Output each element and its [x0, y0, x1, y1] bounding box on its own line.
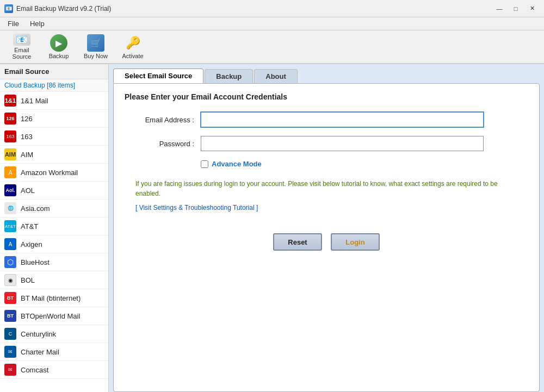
buy-now-icon: 🛒 — [87, 34, 104, 52]
app-icon: 📧 — [4, 4, 13, 13]
backup-icon: ▶ — [50, 34, 67, 52]
aol-icon: Aol. — [4, 184, 16, 196]
toolbar: 📧 Email Source ▶ Backup 🛒 Buy Now 🔑 Acti… — [0, 30, 544, 64]
sidebar-list: 1&1 1&1 Mail 126 126 163 163 AIM AIM A A… — [0, 92, 108, 392]
login-button[interactable]: Login — [331, 233, 380, 251]
1and1-icon: 1&1 — [4, 95, 16, 107]
toolbar-buy-now[interactable]: 🛒 Buy Now — [78, 32, 113, 61]
sidebar-item-label: 1&1 Mail — [21, 97, 48, 105]
sidebar-item-163[interactable]: 163 163 — [0, 128, 108, 146]
sidebar-item-att[interactable]: AT&T AT&T — [0, 217, 108, 235]
title-bar-controls: — □ ✕ — [492, 3, 540, 15]
tabs: Select Email Source Backup About — [109, 64, 544, 83]
sidebar-item-amazon[interactable]: A Amazon Workmail — [0, 164, 108, 182]
button-row: Reset Login — [125, 233, 528, 251]
title-bar-left: 📧 Email Backup Wizard v9.2 (Trial) — [4, 4, 111, 13]
amazon-icon: A — [4, 166, 16, 178]
sidebar-item-label: AOL — [21, 186, 35, 195]
window-title: Email Backup Wizard v9.2 (Trial) — [16, 5, 111, 13]
sidebar-item-label: 163 — [21, 133, 33, 141]
email-label: Email Address : — [125, 116, 201, 124]
asia-icon: 🌐 — [4, 202, 16, 214]
sidebar-item-btmail[interactable]: BT BT Mail (btinternet) — [0, 289, 108, 307]
password-input[interactable] — [201, 136, 484, 151]
sidebar-item-label: Axigen — [21, 240, 42, 248]
close-button[interactable]: ✕ — [524, 3, 540, 15]
sidebar-item-label: Centurylink — [21, 330, 56, 338]
sidebar-item-1and1[interactable]: 1&1 1&1 Mail — [0, 92, 108, 110]
password-label: Password : — [125, 140, 201, 148]
sidebar-item-label: Comcast — [21, 366, 48, 374]
advance-mode-row: Advance Mode — [201, 160, 528, 168]
sidebar-item-label: BT Mail (btinternet) — [21, 294, 81, 302]
sidebar-item-label: BOL — [21, 276, 35, 284]
activate-icon: 🔑 — [124, 34, 141, 52]
email-input[interactable] — [201, 112, 484, 127]
centurylink-icon: C — [4, 328, 16, 340]
menu-help[interactable]: Help — [24, 18, 50, 29]
sidebar-item-label: BlueHost — [21, 258, 50, 266]
sidebar-item-label: BTOpenWorld Mail — [21, 312, 80, 320]
sidebar-subheader: Cloud Backup [86 items] — [0, 79, 108, 92]
163-icon: 163 — [4, 130, 16, 142]
comcast-icon: ✉ — [4, 364, 16, 376]
sidebar-item-aim[interactable]: AIM AIM — [0, 146, 108, 164]
sidebar-item-charter[interactable]: ✉ Charter Mail — [0, 343, 108, 361]
main-layout: Email Source Cloud Backup [86 items] 1&1… — [0, 64, 544, 392]
sidebar-item-label: AT&T — [21, 222, 38, 231]
title-bar: 📧 Email Backup Wizard v9.2 (Trial) — □ ✕ — [0, 0, 544, 17]
minimize-button[interactable]: — — [492, 3, 507, 15]
reset-button[interactable]: Reset — [273, 233, 322, 251]
bol-icon: ◉ — [4, 274, 16, 286]
sidebar-item-bluehost[interactable]: ⬡ BlueHost — [0, 253, 108, 271]
axigen-icon: A — [4, 238, 16, 250]
sidebar-item-label: Amazon Workmail — [21, 169, 78, 177]
toolbar-email-source-label: Email Source — [6, 47, 38, 60]
advance-mode-label[interactable]: Advance Mode — [212, 160, 262, 168]
sidebar-header: Email Source — [0, 64, 108, 79]
bluehost-icon: ⬡ — [4, 256, 16, 268]
tutorial-link[interactable]: [ Visit Settings & Troubleshooting Tutor… — [135, 204, 528, 211]
att-icon: AT&T — [4, 220, 16, 232]
btopenworld-icon: BT — [4, 310, 16, 322]
menu-file[interactable]: File — [2, 18, 24, 29]
toolbar-backup[interactable]: ▶ Backup — [41, 32, 76, 61]
email-row: Email Address : — [125, 112, 528, 127]
sidebar-item-label: AIM — [21, 151, 33, 159]
info-message: If you are facing issues during login to… — [135, 179, 517, 198]
sidebar-item-centurylink[interactable]: C Centurylink — [0, 325, 108, 343]
sidebar-item-bol[interactable]: ◉ BOL — [0, 271, 108, 289]
tab-about[interactable]: About — [254, 69, 298, 83]
sidebar-item-asia[interactable]: 🌐 Asia.com — [0, 200, 108, 217]
panel-title: Please Enter your Email Account Credenti… — [125, 92, 528, 101]
password-row: Password : — [125, 136, 528, 151]
tab-select-email-source[interactable]: Select Email Source — [113, 69, 203, 83]
menu-bar: File Help — [0, 17, 544, 30]
sidebar-item-axigen[interactable]: A Axigen — [0, 235, 108, 253]
sidebar-item-126[interactable]: 126 126 — [0, 110, 108, 128]
sidebar-item-label: Asia.com — [21, 204, 50, 213]
content-area: Select Email Source Backup About Please … — [109, 64, 544, 392]
sidebar-item-btopenworld[interactable]: BT BTOpenWorld Mail — [0, 307, 108, 325]
btmail-icon: BT — [4, 292, 16, 304]
toolbar-activate[interactable]: 🔑 Activate — [115, 32, 150, 61]
maximize-button[interactable]: □ — [508, 3, 523, 15]
advance-mode-checkbox[interactable] — [201, 160, 208, 168]
toolbar-buy-now-label: Buy Now — [84, 53, 108, 59]
toolbar-backup-label: Backup — [49, 53, 69, 59]
sidebar-item-comcast[interactable]: ✉ Comcast — [0, 361, 108, 379]
email-source-icon: 📧 — [13, 34, 30, 46]
tab-backup[interactable]: Backup — [205, 69, 253, 83]
toolbar-activate-label: Activate — [122, 53, 143, 59]
aim-icon: AIM — [4, 148, 16, 160]
sidebar-item-label: Charter Mail — [21, 348, 59, 356]
126-icon: 126 — [4, 113, 16, 125]
toolbar-email-source[interactable]: 📧 Email Source — [4, 32, 39, 61]
sidebar-item-label: 126 — [21, 115, 33, 123]
form-panel: Please Enter your Email Account Credenti… — [113, 83, 540, 392]
sidebar-item-aol[interactable]: Aol. AOL — [0, 182, 108, 200]
charter-icon: ✉ — [4, 346, 16, 358]
sidebar: Email Source Cloud Backup [86 items] 1&1… — [0, 64, 109, 392]
